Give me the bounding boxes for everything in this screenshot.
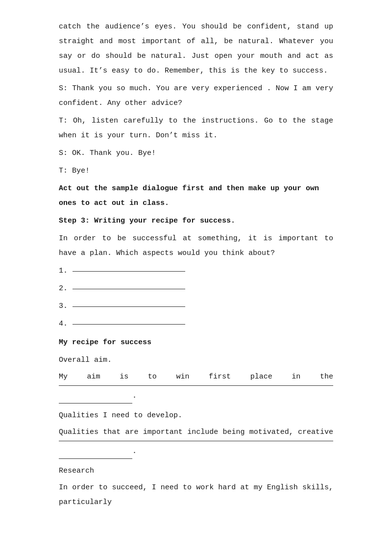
aim-word-win: win: [176, 370, 189, 384]
list-num-2: 2.: [59, 281, 71, 296]
s-dialogue-2: S: OK. Thank you. Bye!: [59, 146, 333, 161]
qual-word-that: that: [103, 425, 121, 440]
qual-word-creative: creative: [298, 425, 333, 440]
s-dialogue-1: S: Thank you so much. You are very exper…: [59, 81, 333, 111]
list-item-2: 2.: [59, 281, 333, 296]
aim-word-first: first: [209, 370, 231, 384]
blank-1: [73, 271, 185, 272]
qual-word-are: are: [125, 425, 139, 440]
bold-instruction: Act out the sample dialogue first and th…: [59, 181, 333, 211]
list-num-4: 4.: [59, 317, 71, 331]
list-num-1: 1.: [59, 264, 71, 278]
qual-underline-short: [59, 458, 132, 459]
qual-word-important: important: [143, 425, 183, 440]
qualities-sentence: Qualities that are important include bei…: [59, 425, 333, 440]
recipe-heading: My recipe for success: [59, 335, 333, 350]
list-item-4: 4.: [59, 317, 333, 331]
blank-3: [73, 306, 185, 307]
aim-underline-short: [59, 403, 132, 404]
t-dialogue-1: T: Oh, listen carefully to the instructi…: [59, 114, 333, 143]
step3-heading: Step 3: Writing your recipe for success.: [59, 214, 333, 228]
qual-word-qualities: Qualities: [59, 425, 98, 440]
qualities-heading: Qualities I need to develop.: [59, 408, 333, 423]
step3-intro: In order to be successful at something, …: [59, 231, 333, 261]
aim-word-the: the: [320, 370, 333, 384]
list-item-1: 1.: [59, 264, 333, 278]
numbered-list: 1. 2. 3. 4.: [59, 264, 333, 331]
aim-word-is: is: [120, 370, 128, 384]
qual-word-being: being: [222, 425, 245, 440]
qual-underline-1: [59, 441, 333, 441]
qual-word-motivated: motivated,: [249, 425, 294, 440]
page-content: catch the audience’s eyes. You should be…: [0, 0, 392, 532]
list-num-3: 3.: [59, 299, 71, 314]
blank-2: [73, 289, 185, 289]
aim-continuation: .: [59, 389, 333, 404]
aim-sentence: My aim is to win first place in the: [59, 370, 333, 384]
research-sentence: In order to succeed, I need to work hard…: [59, 480, 333, 510]
aim-word-aim: aim: [87, 370, 100, 384]
research-heading: Research: [59, 464, 333, 479]
qual-period: .: [132, 447, 137, 455]
paragraph-1: catch the audience’s eyes. You should be…: [59, 20, 333, 78]
aim-period: .: [132, 392, 137, 400]
qualities-block: Qualities that are important include bei…: [59, 425, 333, 459]
t-dialogue-2: T: Bye!: [59, 164, 333, 178]
aim-word-to: to: [148, 370, 157, 384]
aim-block: My aim is to win first place in the .: [59, 370, 333, 404]
aim-word-my: My: [59, 370, 68, 384]
aim-word-place: place: [250, 370, 272, 384]
blank-4: [73, 324, 185, 325]
qual-continuation: .: [59, 444, 333, 459]
list-item-3: 3.: [59, 299, 333, 314]
aim-underline-1: [59, 385, 333, 386]
qual-word-include: include: [187, 425, 218, 440]
overall-aim-label: Overall aim.: [59, 353, 333, 368]
aim-word-in: in: [292, 370, 300, 384]
